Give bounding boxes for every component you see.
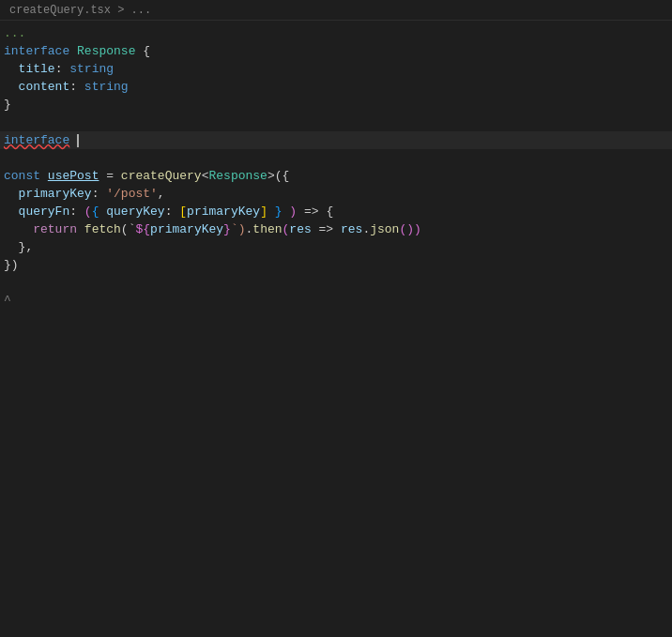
code-line: interface: [0, 131, 672, 149]
token: return: [33, 222, 77, 236]
token: json: [370, 222, 399, 236]
token: `): [231, 222, 246, 236]
token: interface: [4, 133, 69, 147]
token: [40, 169, 48, 183]
code-line: queryFn: ({ queryKey: [primaryKey] } ) =…: [0, 203, 672, 220]
token: :: [55, 62, 70, 76]
token: then: [252, 222, 282, 236]
editor-container: createQuery.tsx > ... ...interface Respo…: [0, 0, 672, 637]
token: res: [289, 222, 311, 236]
token: :: [69, 205, 84, 219]
token: >({: [267, 169, 289, 183]
code-line: return fetch(`${primaryKey}`).then(res =…: [0, 220, 672, 238]
line-content: const usePost = createQuery<Response>({: [0, 167, 672, 185]
code-line: [0, 149, 672, 167]
token: ): [414, 222, 421, 236]
code-area[interactable]: ...interface Response { title: string co…: [0, 21, 672, 313]
code-line: interface Response {: [0, 42, 672, 60]
token: title: [19, 62, 55, 76]
line-content: queryFn: ({ queryKey: [primaryKey] } ) =…: [0, 203, 672, 220]
token: queryKey: [106, 205, 164, 219]
token: [4, 205, 19, 219]
token: primaryKey: [187, 205, 260, 219]
code-line: [0, 114, 672, 131]
token: Response: [77, 44, 135, 58]
token: content: [19, 80, 70, 94]
token: ]: [260, 205, 267, 219]
line-content: }): [0, 256, 672, 274]
line-content: [0, 149, 672, 167]
token: ${: [135, 222, 150, 236]
token: }): [4, 258, 19, 272]
token: [69, 44, 77, 58]
line-content: interface Response {: [0, 42, 672, 60]
token: Response: [208, 169, 267, 183]
line-content: [0, 114, 672, 131]
token: [: [179, 205, 187, 219]
code-line: content: string: [0, 78, 672, 96]
token: const: [4, 169, 40, 183]
code-line: ^: [0, 292, 672, 310]
line-content: },: [0, 238, 672, 256]
token: => {: [297, 205, 333, 219]
code-line: }): [0, 256, 672, 274]
token: primaryKey: [150, 222, 223, 236]
token: (): [399, 222, 414, 236]
code-line: ...: [0, 24, 672, 42]
token: ^: [4, 294, 11, 308]
token: (`: [121, 222, 136, 236]
token: :: [69, 80, 84, 94]
code-line: primaryKey: '/post',: [0, 185, 672, 203]
code-line: title: string: [0, 60, 672, 78]
code-line: const usePost = createQuery<Response>({: [0, 167, 672, 185]
token: res: [341, 222, 362, 236]
token: string: [69, 62, 114, 76]
token: ,: [158, 187, 165, 201]
line-content: interface: [0, 131, 672, 149]
line-content: [0, 274, 672, 292]
token: }: [4, 98, 11, 112]
code-line: [0, 274, 672, 292]
token: }: [223, 222, 231, 236]
token: [4, 62, 19, 76]
token: (: [84, 205, 92, 219]
line-content: return fetch(`${primaryKey}`).then(res =…: [0, 220, 672, 238]
token: ...: [4, 26, 25, 40]
token: [267, 205, 275, 219]
token: =>: [312, 222, 341, 236]
token: :: [165, 205, 180, 219]
token: primaryKey: [19, 187, 92, 201]
token: string: [84, 80, 129, 94]
token: },: [4, 240, 33, 254]
line-content: content: string: [0, 78, 672, 96]
token: [4, 80, 19, 94]
token: [4, 187, 19, 201]
token: }: [275, 205, 283, 219]
text-cursor: [77, 134, 79, 147]
token: :: [92, 187, 107, 201]
line-content: ^: [0, 292, 672, 310]
line-content: }: [0, 96, 672, 114]
line-content: primaryKey: '/post',: [0, 185, 672, 203]
token: usePost: [48, 169, 99, 183]
token: [4, 222, 33, 236]
token: =: [99, 169, 120, 183]
token: [77, 222, 84, 236]
token: queryFn: [19, 205, 70, 219]
token: interface: [4, 44, 69, 58]
token: fetch: [84, 222, 121, 236]
code-line: },: [0, 238, 672, 256]
token: [69, 133, 77, 147]
line-content: ...: [0, 24, 672, 42]
line-content: title: string: [0, 60, 672, 78]
token: '/post': [106, 187, 158, 201]
token: {: [135, 44, 150, 58]
breadcrumb-text: createQuery.tsx > ...: [9, 4, 151, 17]
token: ): [283, 205, 298, 219]
code-line: }: [0, 96, 672, 114]
token: createQuery: [121, 169, 202, 183]
breadcrumb: createQuery.tsx > ...: [0, 0, 672, 21]
